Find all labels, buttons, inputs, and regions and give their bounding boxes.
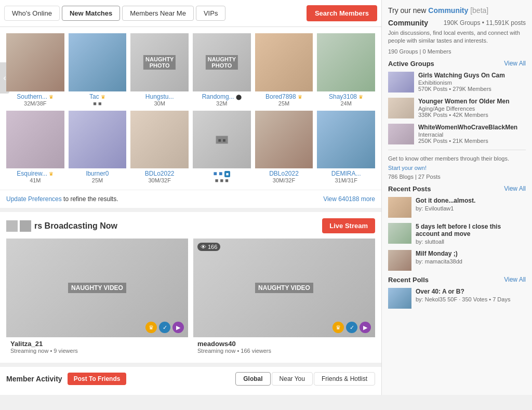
recent-posts-header: Recent Posts View All xyxy=(388,185,526,193)
stream-name: Yalitza_21 xyxy=(10,340,184,348)
view-all-groups-link[interactable]: View All xyxy=(504,60,526,67)
preferences-row: Update Preferences to refine the results… xyxy=(0,190,381,208)
tab-whos-online[interactable]: Who's Online xyxy=(4,6,60,21)
viewer-count: 166 xyxy=(208,244,217,250)
divider xyxy=(388,150,526,150)
video-label: NAUGHTY VIDEO xyxy=(68,283,126,293)
post-by: by: sluttoall xyxy=(416,239,526,245)
activity-tabs: Global Near You Friends & Hotlist xyxy=(235,372,375,386)
member-photo xyxy=(317,111,375,169)
list-item[interactable]: DBLo2022 30M/32F xyxy=(255,111,313,184)
list-item[interactable]: BDLo2022 30M/32F xyxy=(130,111,189,184)
tab-members-near-me[interactable]: Members Near Me xyxy=(122,6,194,21)
list-item[interactable]: Southern... ♛ 32M/38F xyxy=(6,33,64,107)
community-name: Community xyxy=(388,19,428,27)
activity-header: Member Activity Post To Friends Global N… xyxy=(6,372,375,386)
member-name: Bored7898 ♛ xyxy=(255,93,313,100)
member-photo xyxy=(255,111,313,169)
active-groups-title: Active Groups xyxy=(388,60,434,68)
broadcast-section: rs Broadcasting Now Live Stream NAUGHTY … xyxy=(0,212,381,363)
post-item[interactable]: 5 days left before I close this account … xyxy=(388,223,526,245)
view-all-posts-link[interactable]: View All xyxy=(504,185,526,192)
post-thumbnail xyxy=(388,223,411,244)
search-members-button[interactable]: Search Members xyxy=(307,5,377,21)
post-item[interactable]: Milf Monday ;) by: mamacita38dd xyxy=(388,250,526,271)
group-name: Girls Watching Guys On Cam xyxy=(418,72,526,79)
post-item[interactable]: Got it done...almost. by: Eviloutlaw1 xyxy=(388,197,526,218)
member-name: DBLo2022 xyxy=(255,170,313,177)
list-item[interactable]: NAUGHTY PHOTO Hungstu... 30M xyxy=(130,33,189,107)
list-item[interactable]: lburner0 25M xyxy=(69,111,127,184)
active-groups-header: Active Groups View All xyxy=(388,60,526,68)
poll-thumbnail xyxy=(388,288,411,309)
post-to-friends-button[interactable]: Post To Friends xyxy=(68,373,127,385)
recent-posts-title: Recent Posts xyxy=(388,185,431,193)
member-photo xyxy=(69,33,127,91)
list-item[interactable]: DEMIRA... 31M/31F xyxy=(317,111,375,184)
group-info: Younger Women for Older Men Aging/Age Di… xyxy=(418,98,526,118)
post-thumbnail xyxy=(388,250,411,271)
group-thumbnail xyxy=(388,124,414,144)
list-item[interactable]: ■ ■ ■ ■ ■ ■ ■ ■ xyxy=(193,111,251,184)
poll-item[interactable]: Over 40: A or B? by: Nekol35 50F · 350 V… xyxy=(388,288,526,309)
view-more-link[interactable]: View 640188 more xyxy=(323,195,375,203)
list-item[interactable]: Shay3108 ♛ 24M xyxy=(317,33,375,107)
group-stats: 250K Posts • 21K Members xyxy=(418,138,526,144)
live-stream-button[interactable]: Live Stream xyxy=(322,218,375,233)
tab-friends-hotlist[interactable]: Friends & Hotlist xyxy=(314,372,375,386)
community-desc: Join discussions, find local events, and… xyxy=(388,29,526,45)
member-photo: NAUGHTY PHOTO xyxy=(193,33,251,91)
member-photo xyxy=(317,33,375,91)
member-info: 25M xyxy=(69,177,127,183)
member-info: 32M xyxy=(193,100,251,107)
stream-badge-icons: ♛ ✓ ▶ xyxy=(145,322,184,333)
list-item[interactable]: Tac ♛ ■ ■ xyxy=(69,33,127,107)
list-item[interactable]: Bored7898 ♛ 25M xyxy=(255,33,313,107)
activity-section: Member Activity Post To Friends Global N… xyxy=(0,367,381,395)
crown-icon: ♛ xyxy=(298,94,302,100)
community-stats: Community 190K Groups • 11,591K posts xyxy=(388,19,526,27)
main-tabs: Who's Online New Matches Members Near Me… xyxy=(0,0,381,27)
start-blog-link[interactable]: Start your own! xyxy=(388,165,427,171)
group-stats: 570K Posts • 279K Members xyxy=(418,86,526,92)
member-photo xyxy=(130,111,189,169)
view-all-polls-link[interactable]: View All xyxy=(504,276,526,283)
broadcast-grid: NAUGHTY VIDEO ♛ ✓ ▶ Yalitza_21 Streaming… xyxy=(6,239,375,356)
group-stats: 338K Posts • 42K Members xyxy=(418,112,526,118)
update-preferences-link[interactable]: Update Preferences xyxy=(6,195,62,203)
tab-near-you[interactable]: Near You xyxy=(272,372,313,386)
badge: ■ xyxy=(224,171,230,177)
tab-new-matches[interactable]: New Matches xyxy=(62,6,120,21)
blogs-count: 786 Blogs | 27 Posts xyxy=(388,174,526,180)
stream-thumbnail: NAUGHTY VIDEO ♛ ✓ ▶ xyxy=(6,239,188,337)
group-name: Younger Women for Older Men xyxy=(418,98,526,105)
stream-status: Streaming now • 9 viewers xyxy=(10,348,184,354)
group-thumbnail xyxy=(388,98,414,118)
list-item[interactable]: NAUGHTY PHOTO Randomg... ⬤ 32M xyxy=(193,33,251,107)
member-info: 24M xyxy=(317,100,375,107)
member-name: Randomg... ⬤ xyxy=(193,93,251,100)
poll-info: Over 40: A or B? by: Nekol35 50F · 350 V… xyxy=(416,288,526,302)
post-title: Got it done...almost. xyxy=(416,197,526,204)
photo-label: NAUGHTY PHOTO xyxy=(206,55,238,70)
group-item[interactable]: WhiteWomenWhoCraveBlackMen Interracial 2… xyxy=(388,124,526,144)
member-info: 32M/38F xyxy=(6,100,64,107)
badge-icon: ⬤ xyxy=(236,94,242,100)
member-info: 25M xyxy=(255,100,313,107)
community-link[interactable]: Community xyxy=(428,6,468,15)
group-item[interactable]: Girls Watching Guys On Cam Exhibitionism… xyxy=(388,72,526,92)
member-photo: NAUGHTY PHOTO xyxy=(130,33,189,91)
stream-name: meadows40 xyxy=(197,340,371,348)
stream-card[interactable]: NAUGHTY VIDEO ♛ ✓ ▶ Yalitza_21 Streaming… xyxy=(6,239,188,356)
post-by: by: mamacita38dd xyxy=(416,258,526,264)
cam-icon: ▶ xyxy=(360,322,371,333)
eye-icon: 👁 xyxy=(201,244,206,250)
list-item[interactable]: Esquirew... ♛ 41M xyxy=(6,111,64,184)
stream-info: Yalitza_21 Streaming now • 9 viewers xyxy=(6,337,188,356)
tab-vips[interactable]: VIPs xyxy=(196,6,225,21)
stream-card[interactable]: 👁 166 NAUGHTY VIDEO ♛ ✓ ▶ meadows40 Stre… xyxy=(193,239,375,356)
group-item[interactable]: Younger Women for Older Men Aging/Age Di… xyxy=(388,98,526,118)
tab-global[interactable]: Global xyxy=(235,372,270,386)
member-info: 41M xyxy=(6,177,64,183)
member-info: 31M/31F xyxy=(317,177,375,183)
